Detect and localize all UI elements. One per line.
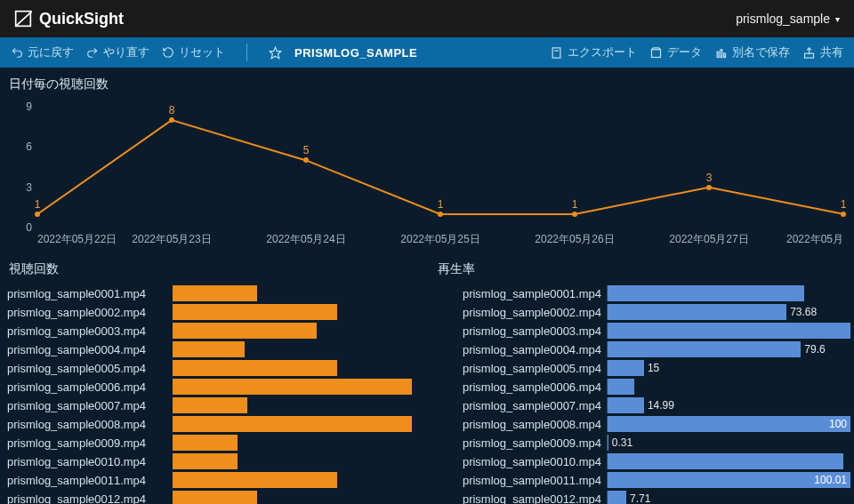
svg-rect-3 (652, 49, 661, 57)
bar[interactable]: 14.99 (608, 397, 644, 413)
data-label: 3 (706, 172, 713, 184)
export-button[interactable]: エクスポート (550, 44, 637, 60)
bar[interactable] (173, 341, 245, 357)
bar-track (173, 304, 422, 320)
x-tick: 2022年05月22日 (37, 232, 117, 247)
bar-row: prismlog_sample0001.mp4 (436, 284, 850, 302)
svg-rect-2 (552, 47, 560, 57)
y-tick: 0 (26, 221, 32, 234)
bar-category-label: prismlog_sample0007.mp4 (7, 399, 173, 412)
bar-row: prismlog_sample0001.mp4 (7, 284, 422, 302)
line-chart-panel: 日付毎の視聴回数 0369 1851131 2022年05月22日2022年05… (0, 68, 854, 251)
bar-row: prismlog_sample0007.mp414.99 (436, 396, 850, 414)
bar[interactable] (608, 379, 634, 395)
bar[interactable] (173, 416, 412, 432)
bar-left-title: 視聴回数 (0, 260, 425, 281)
quicksight-logo-icon (14, 10, 32, 28)
bar[interactable] (608, 285, 804, 301)
bar-chart-right[interactable]: prismlog_sample0001.mp4prismlog_sample00… (429, 281, 854, 504)
bar[interactable] (173, 360, 337, 376)
bar-category-label: prismlog_sample0005.mp4 (436, 362, 607, 375)
bar-category-label: prismlog_sample0002.mp4 (436, 306, 607, 319)
bar-row: prismlog_sample0008.mp4 (7, 415, 422, 433)
svg-rect-5 (721, 49, 722, 57)
bar-chart-right-panel: 再生率 prismlog_sample0001.mp4prismlog_samp… (429, 254, 854, 504)
redo-button[interactable]: やり直す (86, 44, 149, 60)
reset-icon (162, 46, 174, 59)
bar-track (173, 453, 422, 469)
bar-track (173, 285, 422, 301)
bar[interactable]: 100 (608, 416, 850, 432)
bar-track (173, 323, 422, 339)
undo-icon (11, 46, 23, 59)
bar-value-label: 100 (829, 418, 847, 430)
favorite-toggle[interactable] (269, 46, 282, 60)
bar[interactable] (173, 379, 412, 395)
data-point (706, 185, 712, 190)
user-menu[interactable]: prismlog_sample ▾ (736, 12, 840, 26)
reset-label: リセット (179, 44, 225, 60)
data-point (169, 117, 174, 123)
bar[interactable]: 7.71 (608, 491, 626, 504)
chevron-down-icon: ▾ (835, 14, 840, 24)
svg-rect-4 (717, 52, 719, 57)
bar-track (173, 360, 422, 376)
brand: QuickSight (14, 10, 124, 28)
bar-right-title: 再生率 (429, 260, 854, 281)
bar-category-label: prismlog_sample0005.mp4 (7, 362, 173, 375)
bar[interactable] (173, 453, 238, 469)
x-tick: 2022年05月23日 (132, 232, 211, 247)
data-button[interactable]: データ (649, 44, 702, 60)
bar[interactable]: 15 (608, 360, 644, 376)
bar-track (173, 341, 422, 357)
bar-value-label: 100.01 (814, 474, 847, 486)
share-label: 共有 (820, 44, 843, 60)
bar-category-label: prismlog_sample0006.mp4 (436, 380, 607, 394)
saveas-button[interactable]: 別名で保存 (714, 44, 790, 60)
bar[interactable] (608, 323, 850, 339)
bar-category-label: prismlog_sample0007.mp4 (436, 399, 607, 412)
bar-row: prismlog_sample0005.mp415 (436, 359, 850, 377)
line-chart-title: 日付毎の視聴回数 (0, 75, 854, 96)
bar-track: 15 (607, 360, 850, 376)
bar[interactable]: 0.31 (608, 435, 608, 451)
bar[interactable] (608, 453, 843, 469)
bar[interactable] (173, 472, 337, 488)
bar[interactable]: 100.01 (608, 472, 850, 488)
bar[interactable] (173, 304, 337, 320)
bar-track (173, 397, 422, 413)
undo-button[interactable]: 元に戻す (11, 44, 74, 60)
undo-label: 元に戻す (28, 44, 74, 60)
bar-track (173, 472, 422, 488)
bar[interactable]: 79.6 (608, 341, 801, 357)
bar[interactable] (173, 397, 247, 413)
x-tick: 2022年05月27日 (669, 232, 748, 247)
bar[interactable] (173, 323, 317, 339)
data-label: 8 (169, 104, 175, 116)
x-tick: 2022年05月24日 (266, 232, 345, 247)
bar-row: prismlog_sample0010.mp4 (436, 452, 850, 470)
saveas-label: 別名で保存 (732, 44, 790, 60)
bar[interactable] (173, 491, 257, 504)
reset-button[interactable]: リセット (162, 44, 225, 60)
app-topbar: QuickSight prismlog_sample ▾ (0, 0, 854, 37)
toolbar-separator (246, 44, 247, 61)
bar-track (607, 285, 850, 301)
bar-category-label: prismlog_sample0003.mp4 (436, 324, 607, 338)
bar-value-label: 73.68 (790, 306, 817, 318)
bar-track: 7.71 (607, 491, 850, 504)
bar-category-label: prismlog_sample0012.mp4 (436, 492, 607, 505)
bar-row: prismlog_sample0008.mp4100 (436, 415, 850, 433)
bar[interactable] (173, 435, 238, 451)
bar[interactable] (173, 285, 257, 301)
data-label: 1 (438, 198, 444, 211)
line-chart[interactable]: 0369 1851131 2022年05月22日2022年05月23日2022年… (0, 96, 854, 252)
bar[interactable]: 73.68 (608, 304, 786, 320)
bar-row: prismlog_sample0010.mp4 (7, 452, 422, 470)
bar-category-label: prismlog_sample0010.mp4 (7, 455, 173, 468)
bar-category-label: prismlog_sample0002.mp4 (7, 306, 173, 319)
data-point (438, 212, 443, 217)
share-button[interactable]: 共有 (802, 44, 843, 60)
bar-chart-left[interactable]: prismlog_sample0001.mp4prismlog_sample00… (0, 281, 425, 504)
dashboard-title: PRISMLOG_SAMPLE (294, 46, 417, 60)
